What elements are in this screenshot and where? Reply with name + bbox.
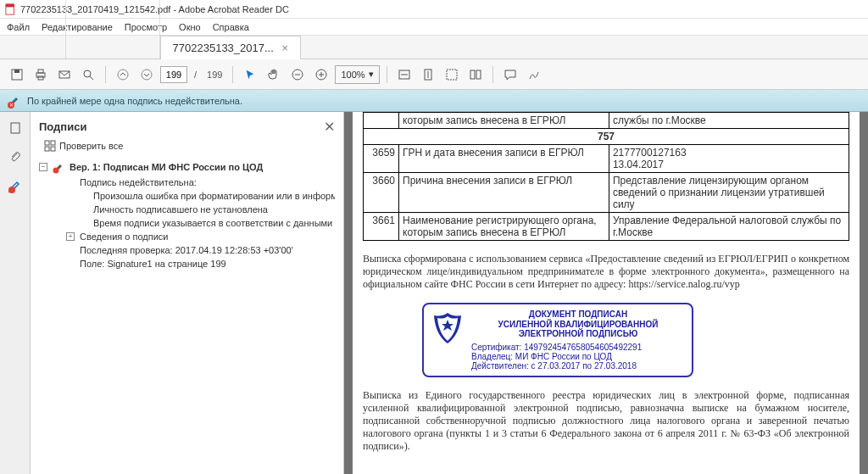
signature-lastcheck: Последняя проверка: 2017.04.19 12:28:53 … [80, 243, 335, 257]
attachments-icon[interactable] [6, 148, 25, 166]
svg-rect-30 [45, 147, 49, 151]
stamp-cert: Сертификат: 1497924547658054605492291 [471, 343, 685, 352]
svg-point-27 [8, 187, 15, 193]
svg-rect-31 [51, 147, 55, 151]
signature-err3: Время подписи указывается в соответствии… [93, 216, 335, 230]
zoom-out-icon[interactable] [287, 64, 308, 85]
signature-version-row[interactable]: − Вер. 1: Подписан МИ ФНС России по ЦОД [39, 159, 335, 176]
cursor-icon[interactable] [240, 64, 260, 85]
svg-rect-3 [14, 70, 19, 73]
close-panel-icon[interactable]: ✕ [324, 119, 335, 135]
footer-paragraph-2: Выписка из Единого государственного реес… [363, 389, 849, 453]
rect-select-icon[interactable] [442, 64, 462, 85]
table-row: 3659ГРН и дата внесения записи в ЕГРЮЛ21… [364, 145, 849, 173]
stamp-valid: Действителен: с 27.03.2017 по 27.03.2018 [471, 361, 685, 371]
page-number-input[interactable] [160, 66, 187, 83]
chevron-down-icon: ▾ [369, 69, 374, 80]
tree-collapse-icon[interactable]: − [39, 163, 47, 171]
svg-point-11 [142, 70, 152, 80]
signature-details-label: Сведения о подписи [80, 231, 168, 242]
signatures-panel-title: Подписи [39, 120, 86, 133]
signatures-panel: Подписи ✕ Проверить все − Вер. 1: Подпис… [31, 112, 344, 474]
pen-error-icon [53, 160, 66, 174]
table-row: 3660Причина внесения записи в ЕГРЮЛПредс… [364, 173, 849, 213]
save-icon[interactable] [7, 64, 27, 85]
toolbar-separator [105, 66, 106, 83]
svg-rect-5 [38, 70, 43, 73]
svg-point-32 [53, 168, 59, 174]
read-mode-icon[interactable] [465, 64, 486, 85]
svg-rect-22 [470, 70, 475, 79]
signature-details-row[interactable]: + Сведения о подписи [66, 230, 335, 243]
tab-close-icon[interactable]: × [281, 42, 288, 54]
mail-icon[interactable] [54, 64, 75, 85]
zoom-in-icon[interactable] [311, 64, 331, 85]
check-all-label: Проверить все [59, 141, 123, 151]
tab-tools[interactable]: Инструменты [66, 0, 159, 59]
toolbar-separator [232, 66, 233, 83]
toolbar: / 199 100% ▾ [0, 59, 868, 90]
menu-window[interactable]: Окно [179, 22, 201, 32]
search-icon[interactable] [78, 64, 98, 85]
emblem-icon [429, 309, 466, 347]
fit-width-icon[interactable] [394, 64, 415, 85]
svg-point-8 [84, 70, 91, 77]
toolbar-separator [387, 66, 387, 83]
toolbar-separator [492, 66, 493, 83]
svg-point-10 [118, 70, 128, 80]
pdf-page: которым запись внесена в ЕГРЮЛслужбы по … [353, 112, 860, 474]
page-separator: / [194, 70, 197, 80]
egrul-table: которым запись внесена в ЕГРЮЛслужбы по … [363, 112, 849, 241]
svg-rect-28 [45, 141, 49, 145]
signatures-icon[interactable] [6, 176, 25, 195]
tab-document[interactable]: 7702235133_2017... × [160, 36, 302, 59]
menu-help[interactable]: Справка [213, 22, 249, 32]
footer-paragraph-1: Выписка сформирована с использованием се… [363, 253, 849, 291]
svg-rect-29 [51, 141, 55, 145]
table-row: которым запись внесена в ЕГРЮЛслужбы по … [364, 113, 849, 129]
pen-error-icon: ✕ [7, 93, 22, 109]
signature-tree: − Вер. 1: Подписан МИ ФНС России по ЦОД … [39, 159, 335, 270]
svg-line-9 [90, 76, 93, 80]
tab-document-label: 7702235133_2017... [173, 42, 274, 54]
check-all-icon [44, 140, 56, 152]
tab-home[interactable]: Главная [0, 0, 66, 59]
svg-rect-21 [447, 70, 457, 80]
signature-field: Поле: Signature1 на странице 199 [80, 257, 335, 270]
signature-err2: Личность подписавшего не установлена [93, 203, 335, 216]
left-rail [0, 112, 31, 474]
svg-rect-26 [11, 123, 19, 133]
tree-expand-icon[interactable]: + [66, 232, 75, 241]
thumbnails-icon[interactable] [6, 119, 25, 137]
page-up-icon[interactable] [113, 64, 133, 85]
check-all-button[interactable]: Проверить все [44, 140, 335, 152]
main-area: Подписи ✕ Проверить все − Вер. 1: Подпис… [0, 112, 868, 474]
table-section: 757 [364, 129, 849, 145]
fit-page-icon[interactable] [418, 64, 438, 85]
signature-banner-text: По крайней мере одна подпись недействите… [27, 96, 242, 106]
svg-rect-23 [476, 70, 481, 79]
hand-icon[interactable] [264, 64, 284, 85]
table-row: 3661Наименование регистрирующего органа,… [364, 213, 849, 241]
signature-status: Подпись недействительна: [80, 176, 335, 189]
document-viewport[interactable]: которым запись внесена в ЕГРЮЛслужбы по … [344, 112, 868, 474]
signature-err1: Произошла ошибка при форматировании или … [93, 189, 335, 203]
signature-version-label: Вер. 1: Подписан МИ ФНС России по ЦОД [70, 162, 263, 172]
stamp-title: ДОКУМЕНТ ПОДПИСАН УСИЛЕННОЙ КВАЛИФИЦИРОВ… [471, 309, 685, 339]
svg-text:✕: ✕ [9, 103, 14, 108]
zoom-select[interactable]: 100% ▾ [335, 65, 379, 84]
comment-icon[interactable] [500, 64, 520, 85]
page-down-icon[interactable] [136, 64, 157, 85]
signature-banner: ✕ По крайней мере одна подпись недействи… [0, 90, 868, 112]
page-total: 199 [207, 70, 222, 80]
tabbar: Главная Инструменты 7702235133_2017... × [0, 36, 868, 59]
stamp-owner: Владелец: МИ ФНС России по ЦОД [471, 352, 685, 361]
signature-stamp: ДОКУМЕНТ ПОДПИСАН УСИЛЕННОЙ КВАЛИФИЦИРОВ… [422, 303, 693, 377]
sign-icon[interactable] [524, 64, 544, 85]
zoom-value: 100% [341, 70, 364, 80]
print-icon[interactable] [31, 64, 51, 85]
